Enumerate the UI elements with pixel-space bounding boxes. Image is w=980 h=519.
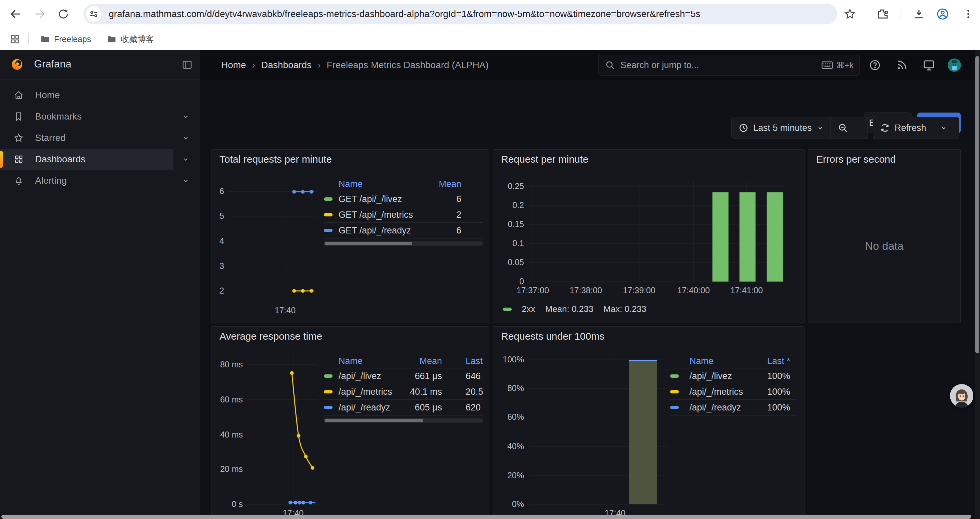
legend-row[interactable]: /api/_/readyz605 µs620 µs [324,400,483,415]
sidebar-item-bookmarks[interactable]: Bookmarks [0,106,173,127]
column-header[interactable]: Name [339,179,415,189]
scrollbar-thumb[interactable] [2,515,971,519]
legend-table-header: NameMeanLast * [324,354,483,368]
bookmark-folder-blogs[interactable]: 收藏博客 [107,34,154,45]
chevron-down-icon[interactable] [182,177,190,185]
keyboard-icon [822,61,833,69]
clock-icon [738,123,749,133]
browser-menu-icon[interactable] [963,8,974,20]
legend-cell: 646 µs [466,371,483,382]
address-bar[interactable]: grafana.mathmast.com/d/deytv4rwavabkb/fr… [83,4,837,24]
breadcrumb-home[interactable]: Home [221,60,246,70]
bookmark-icon [14,112,24,121]
horizontal-scrollbar[interactable] [0,514,974,519]
back-icon[interactable] [10,8,22,21]
sidebar-item-label: Starred [35,133,66,143]
grafana-logo[interactable] [10,57,24,71]
legend-table-header: NameMean [324,177,483,192]
zoom-out-button[interactable] [831,117,855,139]
chevron-down-icon[interactable] [182,134,190,142]
legend-row[interactable]: /api/_/metrics40.1 ms20.5 ms [324,384,483,400]
breadcrumb-dashboards[interactable]: Dashboards [261,60,312,70]
chart-errors-per-second[interactable]: No data [808,150,960,323]
legend-row[interactable]: GET /api/_/metrics2 [324,207,483,223]
url-text[interactable]: grafana.mathmast.com/d/deytv4rwavabkb/fr… [109,9,700,19]
folder-icon [107,34,117,44]
chart-legend[interactable]: 2xxMean: 0.233Max: 0.233 [503,304,646,314]
y-axis-tick: 0.15 [493,219,524,229]
series-color-swatch [503,308,512,311]
legend-row[interactable]: /api/_/livez100% [670,368,797,384]
chart-average-response-time[interactable]: 80 ms60 ms40 ms20 ms0 s17:40NameMeanLast… [212,327,489,519]
column-header[interactable]: Name [339,356,395,366]
legend-cell: 605 µs [395,402,442,413]
chart-plot[interactable] [229,176,318,302]
profile-icon[interactable] [936,7,949,21]
forward-icon[interactable] [33,8,46,21]
apps-icon [14,154,24,164]
legend-row[interactable]: GET /api/_/livez6 [324,192,483,207]
refresh-interval-button[interactable] [933,117,954,139]
legend-series-name[interactable]: 2xx [522,304,535,314]
legend-cell: 100% [750,387,790,397]
bookmark-label: 收藏博客 [121,34,154,45]
dashboard-toolbar: Last 5 minutes Refresh [200,107,980,144]
y-axis-tick: 0% [493,499,524,509]
extensions-icon[interactable] [877,8,889,20]
assistant-avatar[interactable] [950,384,973,407]
legend-cell: GET /api/_/readyz [339,225,415,236]
column-header[interactable]: Last * [466,356,483,366]
legend-cell: /api/_/livez [689,371,750,382]
chevron-down-icon[interactable] [182,155,190,163]
kiosk-monitor-icon[interactable] [923,59,935,72]
grafana-header: Home › Dashboards › Freeleaps Metrics Da… [200,50,980,80]
legend-row[interactable]: /api/_/livez661 µs646 µs [324,368,483,384]
legend-table: NameMeanLast */api/_/livez661 µs646 µs/a… [324,354,483,423]
bookmark-folder-freeleaps[interactable]: Freeleaps [40,34,91,44]
legend-row[interactable]: /api/_/readyz100% [670,400,797,415]
chevron-down-icon [940,124,947,132]
help-icon[interactable] [869,59,881,71]
downloads-icon[interactable] [913,8,925,21]
search-input[interactable]: Search or jump to... ⌘+k [598,55,860,75]
bookmark-star-icon[interactable] [844,8,856,20]
refresh-button[interactable]: Refresh [873,117,933,139]
reload-icon[interactable] [57,8,69,20]
vertical-scrollbar[interactable] [975,50,980,519]
column-header[interactable]: Name [689,356,750,366]
grafana-sidebar: Grafana HomeBookmarksStarredDashboardsAl… [0,50,200,519]
legend-cell: 40.1 ms [395,387,442,397]
chart-plot[interactable] [248,350,318,504]
table-scrollbar[interactable] [324,241,483,246]
chart-plot[interactable] [529,347,667,504]
scrollbar-thumb[interactable] [975,56,979,353]
legend-cell: /api/_/readyz [689,402,750,413]
sidebar-item-dashboards[interactable]: Dashboards [0,149,173,170]
sidebar-item-label: Bookmarks [35,111,82,122]
sidebar-item-home[interactable]: Home [0,85,173,105]
column-header[interactable]: Last * [750,356,790,366]
user-avatar[interactable] [948,58,961,72]
column-header[interactable]: Mean [415,179,461,189]
table-scrollbar[interactable] [324,418,483,423]
legend-row[interactable]: GET /api/_/readyz6 [324,223,483,238]
column-header[interactable]: Mean [395,356,442,366]
home-icon [14,90,24,100]
chart-plot[interactable] [529,181,784,281]
chevron-down-icon[interactable] [182,113,190,121]
brand-title: Grafana [34,58,72,70]
news-rss-icon[interactable] [896,59,908,71]
chart-total-requests-per-minute[interactable]: 6543217:40NameMeanGET /api/_/livez6GET /… [212,150,489,323]
y-axis-tick: 0.05 [493,257,524,267]
time-range-picker[interactable]: Last 5 minutes [732,117,830,139]
site-settings-icon[interactable] [86,6,102,22]
chart-requests-under-100ms[interactable]: 100%80%60%40%20%0%17:40NameLast */api/_/… [493,327,804,519]
sidebar-item-alerting[interactable]: Alerting [0,170,173,191]
chart-request-per-minute[interactable]: 0.250.20.150.10.05017:37:0017:38:0017:39… [493,150,804,323]
apps-grid-icon[interactable] [10,34,20,44]
sidebar-item-label: Home [35,90,60,101]
sidebar-item-starred[interactable]: Starred [0,128,173,148]
grafana-main: Home › Dashboards › Freeleaps Metrics Da… [200,50,980,519]
sidebar-collapse-icon[interactable] [182,59,192,70]
legend-row[interactable]: /api/_/metrics100% [670,384,797,400]
